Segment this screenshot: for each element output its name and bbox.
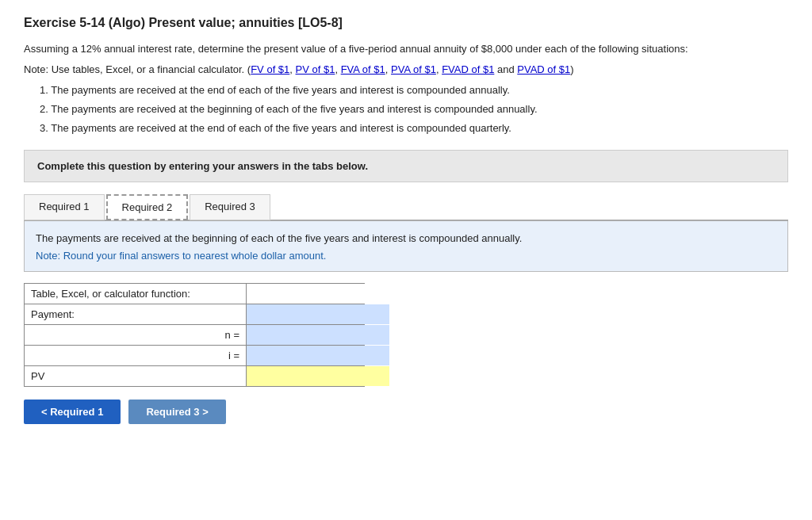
table-row-function: Table, Excel, or calculator function: bbox=[25, 284, 364, 304]
table-row-i: i = bbox=[25, 346, 364, 366]
situation-3: 3. The payments are received at the end … bbox=[40, 120, 788, 137]
tab-required-3[interactable]: Required 3 bbox=[190, 194, 270, 220]
content-round-note: Note: Round your final answers to neares… bbox=[36, 250, 776, 262]
table-row-pv: PV bbox=[25, 366, 364, 386]
intro-paragraph: Assuming a 12% annual interest rate, det… bbox=[24, 41, 788, 57]
input-pv[interactable] bbox=[247, 366, 389, 386]
note-links-text: (FV of $1, PV of $1, FVA of $1, PVA of $… bbox=[247, 63, 574, 75]
table-row-payment: Payment: bbox=[25, 304, 364, 325]
situation-2: 2. The payments are received at the begi… bbox=[40, 101, 788, 118]
table-row-n: n = bbox=[25, 325, 364, 346]
label-function: Table, Excel, or calculator function: bbox=[25, 284, 247, 304]
note-prefix: Note: Use tables, Excel, or a financial … bbox=[24, 63, 244, 75]
label-i: i = bbox=[25, 346, 247, 365]
back-button[interactable]: < Required 1 bbox=[24, 400, 121, 424]
tabs-container: Required 1 Required 2 Required 3 bbox=[24, 193, 788, 221]
link-fvad[interactable]: FVAD of $1 bbox=[442, 63, 494, 75]
label-pv: PV bbox=[25, 366, 247, 386]
input-payment[interactable] bbox=[247, 304, 389, 324]
content-main-text: The payments are received at the beginni… bbox=[36, 231, 776, 247]
link-fva[interactable]: FVA of $1 bbox=[341, 63, 385, 75]
link-pva[interactable]: PVA of $1 bbox=[391, 63, 436, 75]
link-pvad[interactable]: PVAD of $1 bbox=[517, 63, 570, 75]
input-i[interactable] bbox=[247, 346, 389, 365]
input-function[interactable] bbox=[247, 284, 389, 304]
label-payment: Payment: bbox=[25, 304, 247, 324]
nav-buttons: < Required 1 Required 3 > bbox=[24, 400, 788, 424]
link-fv[interactable]: FV of $1 bbox=[251, 63, 289, 75]
situations-list: 1. The payments are received at the end … bbox=[40, 82, 788, 137]
page-title: Exercise 5-14 (Algo) Present value; annu… bbox=[24, 16, 788, 30]
situation-1: 1. The payments are received at the end … bbox=[40, 82, 788, 99]
forward-button[interactable]: Required 3 > bbox=[128, 400, 225, 424]
tab-required-2[interactable]: Required 2 bbox=[106, 194, 189, 220]
link-pv[interactable]: PV of $1 bbox=[296, 63, 335, 75]
complete-box: Complete this question by entering your … bbox=[24, 150, 788, 182]
tab-content-area: The payments are received at the beginni… bbox=[24, 221, 788, 272]
note-line: Note: Use tables, Excel, or a financial … bbox=[24, 62, 788, 78]
label-n: n = bbox=[25, 325, 247, 345]
input-n[interactable] bbox=[247, 325, 389, 345]
input-table: Table, Excel, or calculator function: Pa… bbox=[24, 283, 365, 387]
tab-required-1[interactable]: Required 1 bbox=[24, 194, 105, 220]
